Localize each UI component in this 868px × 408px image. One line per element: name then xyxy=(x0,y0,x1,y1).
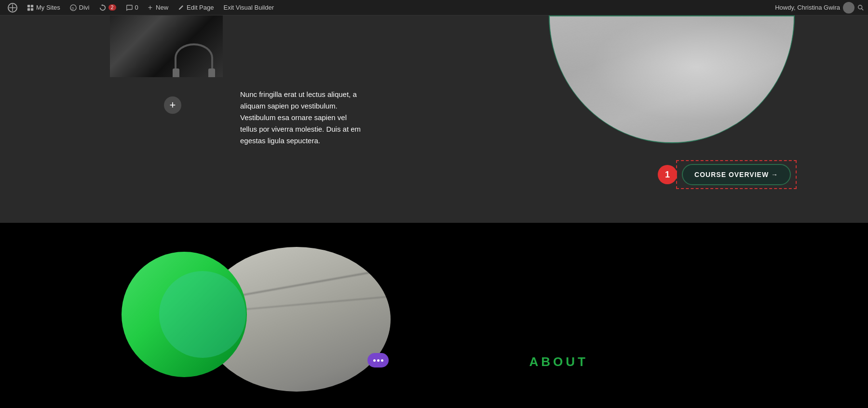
svg-line-8 xyxy=(862,9,864,11)
updates-item[interactable]: 2 xyxy=(95,0,120,15)
circle-photo-inner xyxy=(550,16,794,142)
bw-photo-inner xyxy=(110,15,223,77)
howdy-text: Howdy, Christina Gwira xyxy=(775,4,840,11)
step-number-badge: 1 xyxy=(658,165,677,184)
admin-bar: My Sites D Divi 2 0 + New Edit Page Exit… xyxy=(0,0,868,15)
teal-circle-decoration xyxy=(159,271,246,358)
edit-page-label: Edit Page xyxy=(187,4,214,11)
new-label: New xyxy=(156,4,168,11)
admin-bar-left: My Sites D Divi 2 0 + New Edit Page Exit… xyxy=(4,0,775,15)
edit-page-item[interactable]: Edit Page xyxy=(174,0,217,15)
lower-section: ABOUT xyxy=(0,223,868,408)
avatar xyxy=(843,2,854,14)
search-icon[interactable] xyxy=(857,4,864,12)
course-overview-button-wrapper: COURSE OVERVIEW → xyxy=(676,160,797,189)
new-item[interactable]: + New xyxy=(144,0,172,15)
svg-text:D: D xyxy=(71,6,74,10)
circle-photo xyxy=(549,15,795,143)
updates-badge: 2 xyxy=(108,4,116,11)
svg-point-7 xyxy=(858,5,862,9)
dot-3 xyxy=(381,359,383,362)
divi-label: Divi xyxy=(79,4,90,11)
admin-bar-right: Howdy, Christina Gwira xyxy=(775,2,864,14)
svg-rect-3 xyxy=(27,8,30,10)
divi-item[interactable]: D Divi xyxy=(66,0,94,15)
svg-rect-1 xyxy=(27,4,30,7)
my-sites-label: My Sites xyxy=(36,4,60,11)
svg-rect-4 xyxy=(31,8,33,10)
exit-vb-label: Exit Visual Builder xyxy=(223,4,274,11)
wp-logo-item[interactable] xyxy=(4,0,21,15)
purple-dots-button[interactable] xyxy=(367,353,389,367)
svg-rect-2 xyxy=(31,4,33,7)
page-content: + Nunc fringilla erat ut lectus aliquet,… xyxy=(0,15,868,408)
headphones-shape xyxy=(175,43,213,72)
dot-1 xyxy=(373,359,376,362)
comments-count: 0 xyxy=(135,4,138,11)
fabric-overlay xyxy=(550,16,794,142)
exit-visual-builder-item[interactable]: Exit Visual Builder xyxy=(219,0,278,15)
add-section-button[interactable]: + xyxy=(164,96,181,114)
dot-2 xyxy=(377,359,380,362)
about-heading: ABOUT xyxy=(529,354,588,369)
wp-icon xyxy=(8,3,17,13)
my-sites-item[interactable]: My Sites xyxy=(23,0,64,15)
body-text: Nunc fringilla erat ut lectus aliquet, a… xyxy=(240,89,366,147)
comments-item[interactable]: 0 xyxy=(122,0,142,15)
upper-section: + Nunc fringilla erat ut lectus aliquet,… xyxy=(0,15,868,223)
bw-photo xyxy=(110,15,223,77)
course-overview-button[interactable]: COURSE OVERVIEW → xyxy=(682,164,791,185)
